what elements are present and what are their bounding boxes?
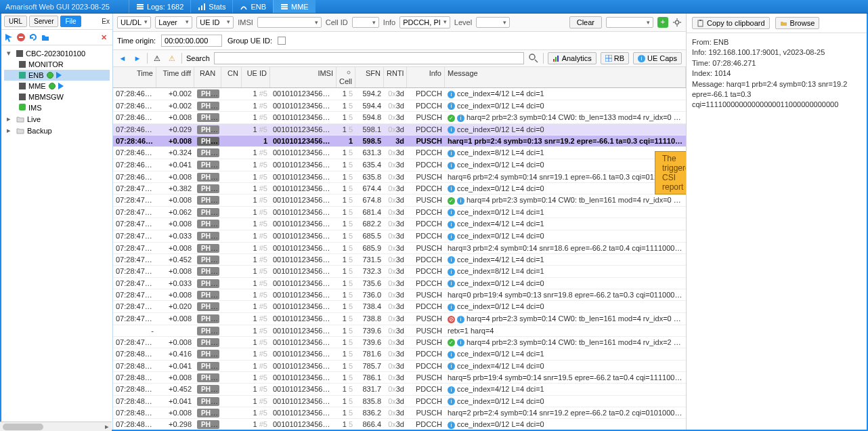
col-time[interactable]: Time bbox=[113, 67, 156, 87]
log-row[interactable]: 07:28:47.137+0.033PHY1 #5001010123456789… bbox=[113, 230, 686, 243]
search-input[interactable] bbox=[214, 52, 524, 64]
log-row[interactable]: 07:28:46.226+0.002PHY1 #5001010123456789… bbox=[113, 100, 686, 112]
copy-button[interactable]: Copy to clipboard bbox=[692, 17, 770, 29]
col-message[interactable]: Message bbox=[445, 67, 686, 87]
col-imsi[interactable]: IMSI bbox=[270, 67, 337, 87]
log-row[interactable]: 07:28:48.946+0.298PHY1 #5001010123456789… bbox=[113, 419, 686, 430]
col-cn[interactable]: CN bbox=[221, 67, 242, 87]
level-select[interactable] bbox=[476, 17, 510, 28]
log-row[interactable]: 07:28:47.646+0.008PHY1 #5001010123456789… bbox=[113, 289, 686, 301]
log-row[interactable]: 07:28:48.648+0.008PHY1 #5001010123456789… bbox=[113, 407, 686, 419]
detail-toolbar: Copy to clipboard Browse bbox=[687, 14, 867, 33]
uecaps-button[interactable]: iUE Caps bbox=[633, 52, 682, 64]
info-icon: i bbox=[448, 256, 455, 264]
search-icon[interactable] bbox=[528, 53, 539, 64]
col-sfn[interactable]: SFN bbox=[355, 67, 384, 87]
group-ueid-checkbox[interactable] bbox=[278, 37, 286, 45]
gear-icon[interactable] bbox=[672, 18, 682, 27]
log-row[interactable]: 07:28:46.644+0.008PHY1 #5001010123456789… bbox=[113, 171, 686, 183]
log-row[interactable]: 07:28:47.026+0.382PHY1 #5001010123456789… bbox=[113, 183, 686, 195]
tree-item-mme[interactable]: MME bbox=[4, 81, 110, 91]
scroll-right-icon[interactable]: ▸ bbox=[102, 422, 112, 431]
file-button[interactable]: File bbox=[60, 16, 81, 27]
log-row[interactable]: 07:28:47.597+0.452PHY1 #5001010123456789… bbox=[113, 254, 686, 266]
info-icon: i bbox=[448, 386, 455, 394]
col-cell[interactable]: Cell bbox=[337, 67, 355, 87]
rb-button[interactable]: RB bbox=[601, 52, 629, 64]
nav-forward-icon[interactable]: ► bbox=[132, 53, 143, 64]
ok-icon: ✓ bbox=[448, 197, 455, 205]
col-timediff[interactable]: Time diff bbox=[156, 67, 194, 87]
phy-tag: PHY bbox=[197, 291, 219, 300]
time-origin-input[interactable] bbox=[161, 35, 222, 47]
log-row[interactable]: 07:28:47.096+0.062PHY1 #5001010123456789… bbox=[113, 207, 686, 219]
log-row[interactable]: 07:28:48.640+0.041PHY1 #5001010123456789… bbox=[113, 396, 686, 408]
caution-icon[interactable]: ⚠ bbox=[167, 53, 177, 64]
tree-item-ims[interactable]: IMS bbox=[4, 102, 110, 113]
info-select[interactable]: PDCCH, PI bbox=[399, 16, 450, 28]
select-icon[interactable] bbox=[4, 33, 14, 42]
tree-item-monitor[interactable]: MONITOR bbox=[4, 59, 110, 70]
browse-button[interactable]: Browse bbox=[775, 17, 820, 29]
cellid-select[interactable] bbox=[352, 17, 379, 28]
log-row[interactable]: 07:28:47.674+0.008PHY1 #5001010123456789… bbox=[113, 313, 686, 325]
tree-item-enb[interactable]: ENB bbox=[4, 70, 110, 81]
svg-rect-4 bbox=[201, 5, 202, 10]
log-row[interactable]: 07:28:46.271+0.008PHY1 0010101234567891 … bbox=[113, 136, 686, 147]
tree-root[interactable]: ▾ CBC-2023010100 bbox=[4, 47, 110, 59]
extra-select[interactable] bbox=[606, 17, 653, 28]
log-grid[interactable]: 07:28:46.224+0.002PHY1 #5001010123456789… bbox=[113, 88, 686, 430]
top-tab-mme[interactable]: MME bbox=[273, 0, 316, 13]
imsi-select[interactable] bbox=[257, 17, 322, 28]
log-row[interactable]: 07:28:46.234+0.008PHY1 #5001010123456789… bbox=[113, 112, 686, 124]
log-row[interactable]: 07:28:47.666+0.020PHY1 #5001010123456789… bbox=[113, 301, 686, 313]
stop-icon[interactable] bbox=[16, 33, 26, 42]
col-ran[interactable]: RAN bbox=[194, 67, 221, 87]
folder-icon[interactable] bbox=[41, 33, 50, 42]
log-row[interactable]: 07:28:47.638+0.033PHY1 #5001010123456789… bbox=[113, 278, 686, 290]
export-label[interactable]: Ex bbox=[102, 18, 110, 25]
col-rnti[interactable]: RNTI bbox=[384, 67, 407, 87]
log-row[interactable]: 07:28:47.682+0.008PHY1 #5001010123456789… bbox=[113, 337, 686, 349]
log-row[interactable]: 07:28:47.145+0.008PHY1 #5001010123456789… bbox=[113, 243, 686, 254]
log-row[interactable]: 07:28:47.104+0.008PHY1 #5001010123456789… bbox=[113, 218, 686, 230]
analytics-button[interactable]: Analytics bbox=[548, 52, 596, 64]
hscrollbar[interactable]: ▸ bbox=[0, 422, 112, 431]
log-row[interactable]: 07:28:48.098+0.416PHY1 #5001010123456789… bbox=[113, 348, 686, 361]
col-ueid[interactable]: UE ID bbox=[242, 67, 270, 87]
close-icon[interactable]: ✕ bbox=[98, 33, 110, 42]
refresh-icon[interactable] bbox=[28, 33, 38, 42]
log-row[interactable]: 07:28:46.595+0.324PHY1 #5001010123456789… bbox=[113, 147, 686, 159]
uldl-select[interactable]: UL/DL bbox=[117, 16, 151, 28]
log-row[interactable]: 07:28:46.263+0.029PHY1 #5001010123456789… bbox=[113, 124, 686, 136]
url-button[interactable]: URL bbox=[4, 16, 27, 27]
tree-folder-live[interactable]: ▸Live bbox=[4, 113, 110, 125]
log-row[interactable]: 07:28:47.034+0.008PHY1 #5001010123456789… bbox=[113, 194, 686, 207]
log-row[interactable]: 07:28:48.599+0.452PHY1 #5001010123456789… bbox=[113, 384, 686, 396]
server-button[interactable]: Server bbox=[29, 16, 58, 27]
log-row[interactable]: 07:28:47.605+0.008PHY1 #5001010123456789… bbox=[113, 266, 686, 278]
log-row[interactable]: 07:28:46.224+0.002PHY1 #5001010123456789… bbox=[113, 88, 686, 100]
center-panel: UL/DL Layer UE ID IMSI Cell ID Info PDCC… bbox=[113, 14, 687, 430]
add-icon[interactable]: + bbox=[657, 17, 668, 28]
tree-item-mbmsgw[interactable]: MBMSGW bbox=[4, 91, 110, 102]
scroll-thumb[interactable] bbox=[3, 424, 43, 430]
tree-folder-backup[interactable]: ▸Backup bbox=[4, 125, 110, 136]
ueid-select[interactable]: UE ID bbox=[196, 16, 234, 28]
top-tab-stats[interactable]: Stats bbox=[190, 0, 232, 13]
clipboard-icon bbox=[697, 20, 704, 27]
topbar: Amarisoft Web GUI 2023-08-25 Logs: 1682S… bbox=[0, 0, 868, 14]
phy-tag: PHY bbox=[197, 161, 219, 169]
log-row[interactable]: 07:28:46.636+0.041PHY1 #5001010123456789… bbox=[113, 159, 686, 171]
log-row[interactable]: -PHY1 #50010101234567891 5739.60x3dPUSCH… bbox=[113, 325, 686, 337]
top-tab-enb[interactable]: ENB bbox=[232, 0, 273, 13]
nav-back-icon[interactable]: ◄ bbox=[117, 53, 128, 64]
col-info[interactable]: Info bbox=[407, 67, 445, 87]
warning-icon[interactable]: ⚠ bbox=[152, 53, 162, 64]
info-icon: i bbox=[448, 422, 455, 429]
log-row[interactable]: 07:28:48.147+0.008PHY1 #5001010123456789… bbox=[113, 372, 686, 384]
top-tab-logs[interactable]: Logs: 1682 bbox=[129, 0, 190, 13]
log-row[interactable]: 07:28:48.139+0.041PHY1 #5001010123456789… bbox=[113, 361, 686, 373]
clear-button[interactable]: Clear bbox=[569, 16, 602, 28]
layer-select[interactable]: Layer bbox=[155, 16, 192, 28]
